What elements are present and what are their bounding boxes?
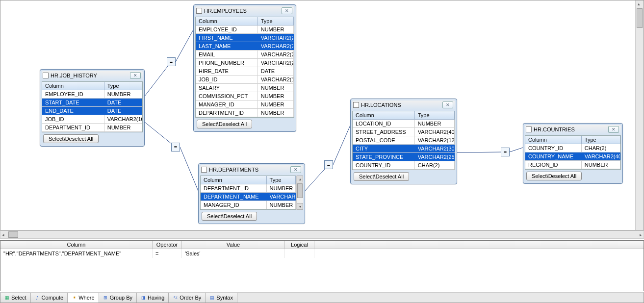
tab-where[interactable]: ✶Where bbox=[68, 293, 99, 303]
table-titlebar[interactable]: HR.EMPLOYEES✕ bbox=[195, 6, 294, 16]
filter-cell-column[interactable]: "HR"."DEPARTMENTS"."DEPARTMENT_NAME" bbox=[0, 249, 153, 258]
column-row[interactable]: START_DATEDATE bbox=[42, 99, 142, 107]
column-name-cell: SALARY bbox=[196, 84, 258, 92]
query-canvas[interactable]: HR.JOB_HISTORY✕ColumnTypeEMPLOYEE_IDNUMB… bbox=[0, 0, 644, 230]
column-row[interactable]: LOCATION_IDNUMBER bbox=[353, 120, 455, 128]
close-icon[interactable]: ✕ bbox=[608, 126, 619, 133]
main-vertical-scrollbar[interactable] bbox=[635, 0, 644, 230]
column-row[interactable]: END_DATEDATE bbox=[42, 107, 142, 115]
close-icon[interactable]: ✕ bbox=[290, 166, 301, 173]
select-deselect-all-button[interactable]: Select\Deselect All bbox=[526, 172, 582, 180]
column-type-cell: VARCHAR2(25) bbox=[415, 153, 455, 161]
column-row[interactable]: CITYVARCHAR2(30) bbox=[353, 145, 455, 153]
column-row[interactable]: SALARYNUMBER bbox=[196, 84, 294, 92]
tab-label: Select bbox=[11, 295, 26, 301]
groupby-icon: ⊞ bbox=[103, 295, 108, 301]
table-window-employees[interactable]: HR.EMPLOYEES✕ColumnTypeEMPLOYEE_IDNUMBER… bbox=[193, 4, 296, 132]
table-title-label: HR.JOB_HISTORY bbox=[51, 73, 97, 78]
column-row[interactable]: LAST_NAMEVARCHAR2(25) bbox=[196, 42, 294, 50]
column-type-cell: VARCHAR2(20) bbox=[258, 34, 294, 42]
main-horizontal-scrollbar[interactable] bbox=[0, 230, 644, 239]
compute-icon: ƒ bbox=[35, 295, 40, 301]
table-checkbox[interactable] bbox=[353, 102, 359, 108]
column-type-cell: VARCHAR2(25) bbox=[258, 42, 294, 50]
select-deselect-all-button[interactable]: Select\Deselect All bbox=[43, 134, 99, 143]
close-icon[interactable]: ✕ bbox=[130, 72, 141, 79]
column-type-cell: NUMBER bbox=[582, 161, 620, 169]
tab-orderby[interactable]: ᵃzOrder By bbox=[169, 293, 206, 303]
table-window-locations[interactable]: HR.LOCATIONS✕ColumnTypeLOCATION_IDNUMBER… bbox=[350, 99, 457, 184]
column-row[interactable]: FIRST_NAMEVARCHAR2(20) bbox=[196, 34, 294, 42]
close-icon[interactable]: ✕ bbox=[282, 7, 292, 14]
grid-vertical-scrollbar[interactable]: ▴▾ bbox=[296, 176, 303, 210]
column-name-cell: COUNTRY_ID bbox=[353, 161, 415, 169]
column-row[interactable]: DEPARTMENT_NAMEVARCHAR2 bbox=[201, 193, 296, 201]
table-checkbox[interactable] bbox=[526, 126, 532, 132]
column-row[interactable]: DEPARTMENT_IDNUMBER bbox=[196, 109, 294, 117]
table-titlebar[interactable]: HR.LOCATIONS✕ bbox=[352, 101, 455, 110]
tab-label: Compute bbox=[42, 295, 64, 301]
select-deselect-all-button[interactable]: Select\Deselect All bbox=[354, 172, 409, 181]
column-type-cell: NUMBER bbox=[267, 184, 296, 192]
column-name-cell: LAST_NAME bbox=[196, 42, 258, 50]
column-row[interactable]: MANAGER_IDNUMBER bbox=[196, 101, 294, 109]
join-operator-box[interactable]: = bbox=[167, 57, 176, 66]
column-row[interactable]: JOB_IDVARCHAR2(10) bbox=[42, 115, 142, 124]
filter-cell-value[interactable]: 'Sales' bbox=[182, 249, 285, 258]
tab-compute[interactable]: ƒCompute bbox=[31, 293, 68, 303]
filter-row[interactable]: "HR"."DEPARTMENTS"."DEPARTMENT_NAME" = '… bbox=[0, 249, 644, 258]
table-title-label: HR.LOCATIONS bbox=[361, 102, 401, 108]
tab-groupby[interactable]: ⊞Group By bbox=[99, 293, 137, 303]
grid-header-column: Column bbox=[42, 82, 104, 90]
tab-label: Order By bbox=[180, 295, 201, 301]
table-checkbox[interactable] bbox=[201, 167, 207, 173]
column-row[interactable]: PHONE_NUMBERVARCHAR2(20) bbox=[196, 59, 294, 67]
table-checkbox[interactable] bbox=[43, 73, 49, 78]
column-type-cell: NUMBER bbox=[258, 84, 294, 92]
table-titlebar[interactable]: HR.DEPARTMENTS✕ bbox=[200, 165, 303, 175]
column-row[interactable]: COMMISSION_PCTNUMBER bbox=[196, 92, 294, 101]
column-name-cell: REGION_ID bbox=[525, 161, 582, 169]
having-icon: ◨ bbox=[141, 295, 146, 301]
column-row[interactable]: STATE_PROVINCEVARCHAR2(25) bbox=[353, 153, 455, 161]
column-row[interactable]: STREET_ADDRESSVARCHAR2(40) bbox=[353, 128, 455, 136]
column-row[interactable]: HIRE_DATEDATE bbox=[196, 67, 294, 76]
column-row[interactable]: EMAILVARCHAR2(25) bbox=[196, 50, 294, 59]
tab-having[interactable]: ◨Having bbox=[137, 293, 169, 303]
filter-cell-operator[interactable]: = bbox=[153, 249, 182, 258]
tab-label: Having bbox=[148, 295, 164, 301]
column-row[interactable]: EMPLOYEE_IDNUMBER bbox=[42, 90, 142, 99]
filter-cell-logical[interactable] bbox=[285, 249, 314, 258]
column-row[interactable]: EMPLOYEE_IDNUMBER bbox=[196, 25, 294, 34]
column-row[interactable]: REGION_IDNUMBER bbox=[525, 161, 620, 169]
select-deselect-all-button[interactable]: Select\Deselect All bbox=[202, 212, 257, 221]
column-row[interactable]: JOB_IDVARCHAR2(10) bbox=[196, 76, 294, 84]
table-window-job_history[interactable]: HR.JOB_HISTORY✕ColumnTypeEMPLOYEE_IDNUMB… bbox=[40, 69, 145, 147]
grid-header-column: Column bbox=[196, 17, 258, 25]
column-row[interactable]: COUNTRY_IDCHAR(2) bbox=[525, 144, 620, 152]
column-row[interactable]: DEPARTMENT_IDNUMBER bbox=[42, 124, 142, 132]
table-window-departments[interactable]: HR.DEPARTMENTS✕ColumnTypeDEPARTMENT_IDNU… bbox=[198, 163, 305, 224]
column-name-cell: JOB_ID bbox=[42, 115, 104, 123]
close-icon[interactable]: ✕ bbox=[442, 101, 453, 108]
table-titlebar[interactable]: HR.JOB_HISTORY✕ bbox=[42, 71, 143, 80]
column-row[interactable]: COUNTRY_NAMEVARCHAR2(40) bbox=[525, 152, 620, 161]
column-row[interactable]: COUNTRY_IDCHAR(2) bbox=[353, 161, 455, 170]
table-title-label: HR.DEPARTMENTS bbox=[209, 167, 258, 173]
column-name-cell: LOCATION_ID bbox=[353, 120, 415, 127]
join-operator-box[interactable]: = bbox=[501, 148, 510, 156]
column-row[interactable]: DEPARTMENT_IDNUMBER bbox=[201, 184, 296, 193]
table-window-countries[interactable]: HR.COUNTRIES✕ColumnTypeCOUNTRY_IDCHAR(2)… bbox=[523, 123, 623, 184]
join-operator-box[interactable]: = bbox=[171, 143, 180, 152]
select-deselect-all-button[interactable]: Select\Deselect All bbox=[197, 120, 252, 128]
join-operator-box[interactable]: = bbox=[324, 160, 333, 169]
tab-syntax[interactable]: ▤Syntax bbox=[206, 293, 237, 303]
column-type-cell: NUMBER bbox=[258, 92, 294, 100]
table-checkbox[interactable] bbox=[196, 8, 202, 14]
table-titlebar[interactable]: HR.COUNTRIES✕ bbox=[525, 125, 621, 134]
grid-header-type: Type bbox=[104, 82, 142, 90]
column-row[interactable]: POSTAL_CODEVARCHAR2(12) bbox=[353, 136, 455, 145]
column-name-cell: DEPARTMENT_NAME bbox=[201, 193, 267, 201]
tab-select[interactable]: ▦Select bbox=[0, 293, 31, 303]
column-row[interactable]: MANAGER_IDNUMBER bbox=[201, 201, 296, 209]
